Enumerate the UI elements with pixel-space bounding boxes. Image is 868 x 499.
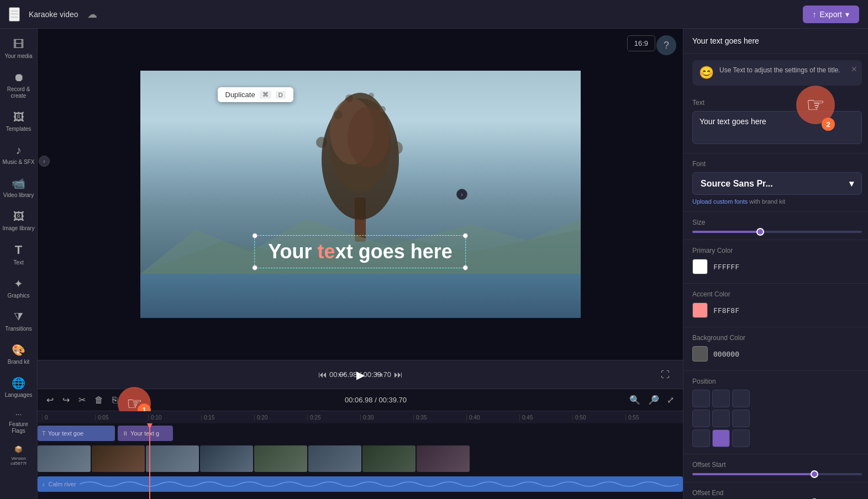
skip-to-end-button[interactable]: ⏭ — [394, 370, 403, 380]
video-library-icon: 📹 — [12, 177, 25, 190]
sidebar-item-video-library[interactable]: 📹 Video library — [0, 172, 37, 203]
position-middle-left[interactable] — [692, 410, 710, 427]
video-thumb-5 — [254, 445, 307, 472]
svg-point-10 — [369, 93, 374, 98]
text-track-item-2[interactable]: ⏸ Your text g — [118, 426, 173, 441]
skip-back-button[interactable]: ↩ — [338, 369, 345, 380]
size-slider-fill — [692, 231, 760, 233]
fullscreen-button[interactable]: ⛶ — [661, 370, 670, 380]
undo-button[interactable]: ↩ — [44, 392, 56, 407]
accent-color-swatch[interactable] — [692, 302, 708, 318]
sidebar-item-graphics[interactable]: ✦ Graphics — [0, 273, 37, 304]
sidebar-item-brand-kit[interactable]: 🎨 Brand kit — [0, 339, 37, 370]
ruler-30: 0:30 — [360, 415, 413, 421]
image-library-icon: 🖼 — [13, 210, 24, 223]
ruler-5: 0:05 — [95, 415, 148, 421]
topbar: ☰ Karaoke video ☁ ↑ Export ▾ — [0, 0, 868, 29]
accent-color-section: Accent Color FF8F8F — [683, 284, 868, 327]
sidebar-item-text[interactable]: T Text — [0, 238, 37, 270]
accent-color-row: FF8F8F — [692, 302, 862, 318]
tooltip-emoji: 😊 — [699, 66, 714, 80]
sidebar-item-transitions[interactable]: ⧩ Transitions — [0, 306, 37, 337]
text-input[interactable]: Your text goes here — [692, 111, 862, 144]
ruler-40: 0:40 — [466, 415, 519, 421]
position-top-center[interactable] — [712, 390, 730, 407]
cloud-save-icon: ☁ — [87, 8, 97, 20]
text-track-item-1[interactable]: T Your text goe — [38, 426, 115, 441]
kbd-d: D — [276, 91, 286, 99]
background-color-row: 000000 — [692, 346, 862, 362]
aspect-ratio-button[interactable]: 16:9 — [627, 35, 655, 51]
sidebar-item-version[interactable]: 📦 Versioncd5677f — [0, 441, 37, 471]
tooltip-close-button[interactable]: ✕ — [851, 65, 858, 73]
help-button[interactable]: ? — [656, 35, 676, 55]
upload-fonts-link[interactable]: Upload custom fonts — [692, 198, 748, 205]
panel-header: Your text goes here — [683, 29, 868, 54]
sidebar-item-music[interactable]: ♪ Music & SFX — [0, 139, 37, 170]
export-button[interactable]: ↑ Export ▾ — [803, 6, 859, 23]
text-track-row: T Your text goe ⏸ Your text g — [38, 423, 683, 443]
text-normal-2: xt goes here — [335, 240, 453, 263]
tooltip-banner: 😊 Use Text to adjust the settings of the… — [692, 60, 862, 86]
sidebar-item-languages[interactable]: 🌐 Languages — [0, 372, 37, 403]
background-color-label: Background Color — [692, 334, 862, 342]
size-section: Size — [683, 212, 868, 240]
hamburger-menu-button[interactable]: ☰ — [9, 7, 20, 22]
position-bottom-left[interactable] — [692, 429, 710, 447]
playback-bar: ⏮ ↩ ▶ ↪ ⏭ 00:06.98 / 00:39.70 ⛶ — [38, 368, 683, 381]
video-thumb-6 — [308, 445, 361, 472]
skip-to-start-button[interactable]: ⏮ — [318, 370, 327, 380]
selection-handle-tl[interactable] — [252, 233, 257, 238]
primary-color-swatch[interactable] — [692, 259, 708, 274]
delete-button[interactable]: 🗑 — [92, 393, 106, 407]
sidebar-item-your-media[interactable]: 🎞 Your media — [0, 33, 37, 64]
offset-start-fill — [692, 473, 814, 475]
text-track-content: T Your text goe ⏸ Your text g — [38, 423, 683, 443]
sidebar-item-templates[interactable]: 🖼 Templates — [0, 106, 37, 137]
selection-handle-bl[interactable] — [252, 265, 257, 270]
copy-button[interactable]: ⎘ — [110, 393, 120, 407]
size-slider[interactable] — [692, 231, 862, 233]
position-label: Position — [692, 378, 862, 385]
redo-button[interactable]: ↪ — [60, 392, 72, 407]
font-chevron-icon: ▾ — [849, 178, 854, 189]
font-selector[interactable]: Source Sans Pr... ▾ — [692, 172, 862, 195]
position-middle-right[interactable] — [732, 410, 750, 427]
video-thumb-8 — [417, 445, 470, 472]
video-water — [140, 274, 581, 318]
zoom-out-button[interactable]: 🔍 — [627, 392, 643, 407]
panel-toggle-button[interactable]: › — [456, 189, 467, 200]
background-color-swatch[interactable] — [692, 346, 708, 362]
position-top-right[interactable] — [732, 390, 750, 407]
font-custom-link: Upload custom fonts with brand kit — [692, 198, 862, 205]
text-overlay[interactable]: Your text goes here — [254, 235, 466, 268]
primary-color-row: FFFFFF — [692, 259, 862, 274]
audio-track-content[interactable]: ♪ Calm river — [38, 476, 683, 492]
skip-forward-button[interactable]: ↪ — [376, 369, 383, 380]
play-button[interactable]: ▶ — [356, 368, 365, 381]
cut-button[interactable]: ✂ — [76, 392, 88, 407]
size-slider-thumb[interactable] — [756, 228, 764, 236]
version-icon: 📦 — [14, 445, 23, 453]
fit-timeline-button[interactable]: ⤢ — [665, 392, 676, 407]
sidebar-item-feature-flags[interactable]: ··· FeatureFlags — [0, 405, 37, 439]
text-sidebar-icon: T — [15, 243, 22, 257]
sidebar-item-record[interactable]: ⏺ Record &create — [0, 66, 37, 104]
text-section-label: Text — [692, 99, 862, 107]
primary-color-hex: FFFFFF — [713, 263, 739, 271]
offset-start-slider[interactable] — [692, 473, 862, 475]
panel-title: Your text goes here — [692, 36, 862, 45]
offset-start-thumb[interactable] — [811, 470, 818, 478]
position-bottom-center[interactable] — [712, 429, 730, 447]
position-top-left[interactable] — [692, 390, 710, 407]
ruler-45: 0:45 — [519, 415, 572, 421]
sidebar-item-image-library[interactable]: 🖼 Image library — [0, 205, 37, 236]
position-bottom-right[interactable] — [732, 429, 750, 447]
zoom-in-button[interactable]: 🔎 — [646, 392, 661, 407]
size-label: Size — [692, 219, 862, 226]
sidebar-collapse-button[interactable]: ‹ — [39, 156, 50, 167]
ruler-50: 0:50 — [572, 415, 625, 421]
position-middle-center[interactable] — [712, 410, 730, 427]
right-panel: Your text goes here 😊 Use Text to adjust… — [683, 29, 868, 499]
primary-color-label: Primary Color — [692, 247, 862, 254]
